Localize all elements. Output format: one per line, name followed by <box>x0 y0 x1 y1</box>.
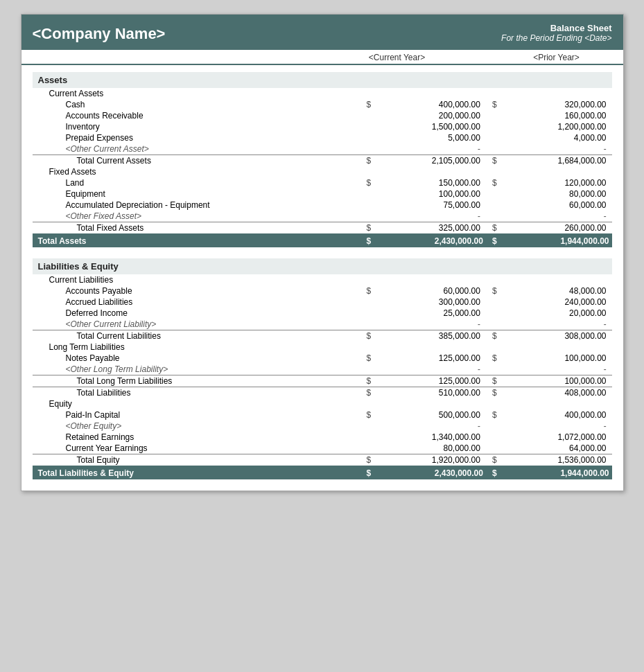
current-year-earnings-label: Current Year Earnings <box>33 443 360 454</box>
ta-py-dollar: $ <box>486 234 500 247</box>
ap-py-val: 48,000.00 <box>500 285 612 297</box>
other-current-liability-row: <Other Current Liability> - - <box>33 319 612 330</box>
cy-column-header: <Current Year> <box>307 53 487 62</box>
tltl-cy-val: 125,000.00 <box>374 375 486 387</box>
inventory-label: Inventory <box>33 121 360 132</box>
total-current-assets-row: Total Current Assets $ 2,105,000.00 $ 1,… <box>33 155 612 167</box>
land-row: Land $ 150,000.00 $ 120,000.00 <box>33 177 612 188</box>
total-assets-row: Total Assets $ 2,430,000.00 $ 1,944,000.… <box>33 234 612 247</box>
tcl-cy-dollar: $ <box>360 330 374 342</box>
ap-cy-dollar: $ <box>360 285 374 297</box>
accum-dep-py-val: 60,000.00 <box>500 200 612 211</box>
other-ca-py-val: - <box>500 143 612 155</box>
prepaid-py-val: 4,000.00 <box>500 132 612 143</box>
total-fixed-assets-label: Total Fixed Assets <box>33 222 360 235</box>
current-year-earnings-row: Current Year Earnings 80,000.00 64,000.0… <box>33 443 612 454</box>
report-title: Balance Sheet <box>501 23 611 33</box>
company-name: <Company Name> <box>33 25 166 43</box>
accrued-liabilities-row: Accrued Liabilities 300,000.00 240,000.0… <box>33 297 612 308</box>
other-cl-py-val: - <box>500 319 612 330</box>
cash-py-val: 320,000.00 <box>500 99 612 110</box>
te-cy-dollar: $ <box>360 454 374 467</box>
tca-cy-dollar: $ <box>360 155 374 167</box>
other-ltl-label: <Other Long Term Liability> <box>33 364 360 375</box>
tl-py-dollar: $ <box>486 387 500 399</box>
current-liabilities-label: Current Liabilities <box>33 274 360 285</box>
np-cy-val: 125,000.00 <box>374 353 486 364</box>
total-long-term-liabilities-row: Total Long Term Liabilities $ 125,000.00… <box>33 375 612 387</box>
tfa-py-val: 260,000.00 <box>500 222 612 235</box>
equipment-row: Equipment 100,000.00 80,000.00 <box>33 188 612 200</box>
other-ltl-py-val: - <box>500 364 612 375</box>
cash-label: Cash <box>33 99 360 110</box>
inventory-row: Inventory 1,500,000.00 1,200,000.00 <box>33 121 612 132</box>
ap-py-dollar: $ <box>486 285 500 297</box>
deferred-cy-val: 25,000.00 <box>374 308 486 319</box>
total-assets-label: Total Assets <box>33 234 360 247</box>
total-current-assets-label: Total Current Assets <box>33 155 360 167</box>
tle-cy-dollar: $ <box>360 466 374 479</box>
total-current-liabilities-label: Total Current Liabilities <box>33 330 360 342</box>
np-py-val: 100,000.00 <box>500 353 612 364</box>
long-term-liabilities-label: Long Term Liabilities <box>33 342 360 353</box>
pic-cy-dollar: $ <box>360 409 374 421</box>
report-title-block: Balance Sheet For the Period Ending <Dat… <box>501 23 611 43</box>
other-current-asset-label: <Other Current Asset> <box>33 143 360 155</box>
retained-earnings-row: Retained Earnings 1,340,000.00 1,072,000… <box>33 432 612 443</box>
tl-cy-val: 510,000.00 <box>374 387 486 399</box>
assets-section-header: Assets <box>33 72 612 88</box>
pic-cy-val: 500,000.00 <box>374 409 486 421</box>
np-py-dollar: $ <box>486 353 500 364</box>
land-label: Land <box>33 177 360 188</box>
land-cy-dollar: $ <box>360 177 374 188</box>
tfa-py-dollar: $ <box>486 222 500 235</box>
inventory-cy-val: 1,500,000.00 <box>374 121 486 132</box>
total-liabilities-equity-label: Total Liabilities & Equity <box>33 466 360 479</box>
equipment-py-val: 80,000.00 <box>500 188 612 200</box>
ap-row: Accounts Payable $ 60,000.00 $ 48,000.00 <box>33 285 612 297</box>
other-long-term-liability-row: <Other Long Term Liability> - - <box>33 364 612 375</box>
balance-sheet: <Company Name> Balance Sheet For the Per… <box>21 14 624 491</box>
ta-cy-val: 2,430,000.00 <box>374 234 486 247</box>
cye-cy-val: 80,000.00 <box>374 443 486 454</box>
equipment-cy-val: 100,000.00 <box>374 188 486 200</box>
current-liabilities-header-row: Current Liabilities <box>33 274 612 285</box>
deferred-income-row: Deferred Income 25,000.00 20,000.00 <box>33 308 612 319</box>
fixed-assets-header-row: Fixed Assets <box>33 166 612 177</box>
land-py-dollar: $ <box>486 177 500 188</box>
cash-cy-dollar: $ <box>360 99 374 110</box>
other-eq-cy-val: - <box>374 421 486 432</box>
tcl-cy-val: 385,000.00 <box>374 330 486 342</box>
other-fixed-asset-row: <Other Fixed Asset> - - <box>33 211 612 222</box>
equity-label: Equity <box>33 398 360 409</box>
other-current-liability-label: <Other Current Liability> <box>33 319 360 330</box>
land-py-val: 120,000.00 <box>500 177 612 188</box>
deferred-income-label: Deferred Income <box>33 308 360 319</box>
tcl-py-dollar: $ <box>486 330 500 342</box>
tca-cy-val: 2,105,000.00 <box>374 155 486 167</box>
accrued-py-val: 240,000.00 <box>500 297 612 308</box>
other-fa-cy-val: - <box>374 211 486 222</box>
tfa-cy-dollar: $ <box>360 222 374 235</box>
column-headers: <Current Year> <Prior Year> <box>21 50 623 65</box>
tle-py-val: 1,944,000.00 <box>500 466 612 479</box>
assets-table: Current Assets Cash $ 400,000.00 $ 320,0… <box>33 88 612 247</box>
total-current-liabilities-row: Total Current Liabilities $ 385,000.00 $… <box>33 330 612 342</box>
report-content: Assets Current Assets Cash $ 400,000.00 … <box>21 72 623 490</box>
accrued-liabilities-label: Accrued Liabilities <box>33 297 360 308</box>
accrued-cy-val: 300,000.00 <box>374 297 486 308</box>
ta-py-val: 1,944,000.00 <box>500 234 612 247</box>
paid-in-capital-label: Paid-In Capital <box>33 409 360 421</box>
ar-label: Accounts Receivable <box>33 110 360 121</box>
inventory-py-val: 1,200,000.00 <box>500 121 612 132</box>
pic-py-dollar: $ <box>486 409 500 421</box>
te-py-val: 1,536,000.00 <box>500 454 612 467</box>
ar-cy-val: 200,000.00 <box>374 110 486 121</box>
total-fixed-assets-row: Total Fixed Assets $ 325,000.00 $ 260,00… <box>33 222 612 235</box>
tfa-cy-val: 325,000.00 <box>374 222 486 235</box>
te-cy-val: 1,920,000.00 <box>374 454 486 467</box>
other-fixed-asset-label: <Other Fixed Asset> <box>33 211 360 222</box>
total-equity-row: Total Equity $ 1,920,000.00 $ 1,536,000.… <box>33 454 612 467</box>
tl-py-val: 408,000.00 <box>500 387 612 399</box>
equipment-label: Equipment <box>33 188 360 200</box>
